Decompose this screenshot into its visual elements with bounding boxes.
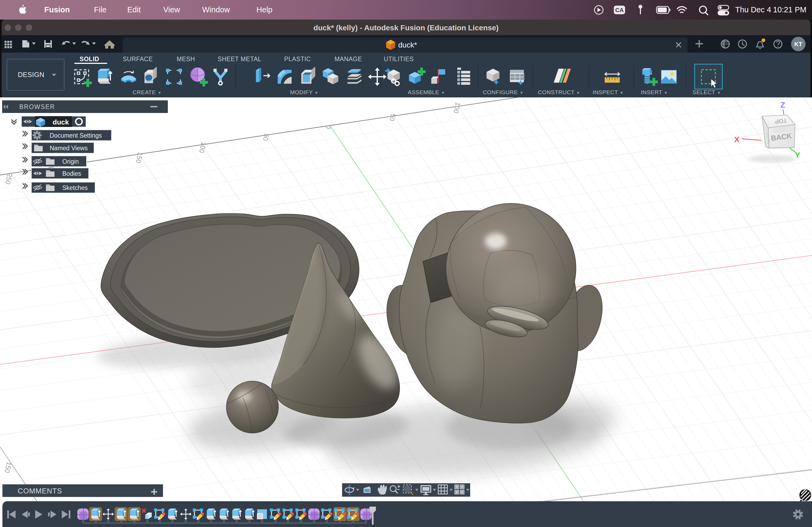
svg-text:Document Settings: Document Settings — [50, 132, 102, 139]
svg-text:Bodies: Bodies — [62, 170, 81, 177]
svg-text:Named Views: Named Views — [50, 145, 88, 152]
svg-text:X: X — [734, 135, 740, 144]
svg-text:duck: duck — [53, 118, 69, 126]
svg-text:Y: Y — [795, 151, 800, 160]
svg-text:Origin: Origin — [62, 158, 79, 165]
svg-text:TOP: TOP — [775, 117, 787, 125]
svg-text:Z: Z — [780, 100, 785, 109]
svg-text:BROWSER: BROWSER — [19, 103, 55, 110]
svg-text:Sketches: Sketches — [62, 184, 88, 191]
